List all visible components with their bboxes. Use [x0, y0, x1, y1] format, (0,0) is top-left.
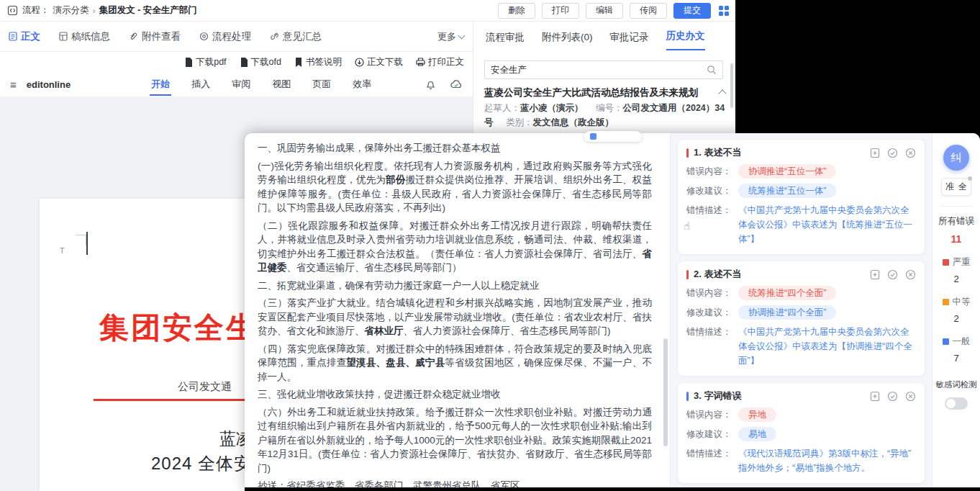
- mode-mini-tabs[interactable]: 准 全: [941, 178, 971, 196]
- badge-dot: [968, 176, 972, 181]
- suggestion-pill[interactable]: 统筹推进“五位一体”: [738, 184, 836, 198]
- all-errors-label: 所有错误: [938, 215, 974, 228]
- hamburger-icon[interactable]: ≡: [10, 78, 17, 91]
- breadcrumb-separator: ›: [93, 6, 96, 16]
- tab-opinions[interactable]: 意见汇总: [270, 30, 322, 43]
- tab-label: 正文: [21, 30, 40, 43]
- wrong-content-label: 错误内容：: [686, 407, 738, 422]
- tab-attachments[interactable]: 附件查看: [129, 30, 181, 43]
- tab-history-documents[interactable]: 历史办文: [666, 30, 705, 50]
- document-paragraph: （四）落实兜底保障政策。对搬迁群众中的特殊困难群体，符合政策规定的要及时纳入兜底…: [258, 342, 652, 384]
- dismiss-icon[interactable]: [905, 391, 916, 402]
- suggestion-pill[interactable]: 易地: [738, 427, 776, 441]
- document-scrollbar[interactable]: [663, 338, 668, 446]
- more-label: 更多: [437, 30, 456, 43]
- severity-count: 7: [943, 353, 971, 364]
- menu-insert[interactable]: 插入: [190, 73, 212, 96]
- apps-grid-icon[interactable]: [718, 5, 730, 17]
- bookmark-note-link[interactable]: 书签说明: [294, 56, 342, 68]
- accept-icon[interactable]: [887, 269, 898, 280]
- page-year-line: 2024 全体安: [151, 452, 252, 475]
- link-label: 下载pdf: [196, 56, 226, 68]
- description-label: 错情描述：: [686, 446, 738, 461]
- menu-efficiency[interactable]: 效率: [351, 73, 373, 96]
- tab-approval-records[interactable]: 审批记录: [610, 31, 649, 50]
- accept-icon[interactable]: [887, 148, 898, 158]
- severity-square-icon: [943, 299, 949, 305]
- sensitive-words-label: 敏感词检测: [935, 379, 977, 390]
- document-paragraph: (一)强化劳务输出组织化程度。依托现有人力资源服务机构，通过政府购买服务等方式强…: [258, 159, 652, 215]
- mode-accurate[interactable]: 准: [945, 181, 954, 193]
- history-doc-title[interactable]: 蓝凌公司安全生产大比武活动总结报告及未来规划: [484, 86, 713, 99]
- hand-cursor-icon: ☝: [684, 220, 690, 233]
- wrong-content-label: 错误内容：: [686, 286, 738, 300]
- tab-attachment-list[interactable]: 附件列表(0): [542, 31, 593, 50]
- edit-button[interactable]: 编辑: [586, 3, 623, 19]
- severity-stat[interactable]: 严重2: [943, 256, 971, 284]
- document-text[interactable]: 一、巩固劳务输出成果，保障外出务工搬迁群众基本权益(一)强化劳务输出组织化程度。…: [245, 133, 662, 487]
- suggestion-pill[interactable]: 协调推进“四个全面”: [738, 305, 836, 320]
- fix-button[interactable]: 纠: [943, 145, 969, 171]
- breadcrumb-category[interactable]: 演示分类: [53, 4, 89, 17]
- tab-workflow[interactable]: 流程处理: [199, 30, 251, 43]
- tab-main-text[interactable]: 正文: [9, 30, 40, 43]
- side-panel-tabbar: 流程审批 附件列表(0) 审批记录 历史办文: [474, 22, 735, 50]
- error-card[interactable]: 1. 表述不当 错误内容： 协调推进“五位一体” 修改建议： 统筹推进“五位一体…: [678, 140, 925, 254]
- download-bar: 下载pdf 下载ofd 书签说明 正文下载 打印正文: [0, 52, 473, 72]
- error-card[interactable]: 3. 字词错误 错误内容： 异地 修改建议： 易地 错情描述： 《: [678, 383, 925, 483]
- severity-label: 严重: [953, 256, 971, 269]
- bell-icon[interactable]: [425, 79, 436, 90]
- more-tabs-dropdown[interactable]: 更多: [437, 30, 464, 43]
- wrong-content-label: 错误内容：: [686, 164, 738, 179]
- dismiss-icon[interactable]: [905, 269, 916, 280]
- document-paragraph: 二、拓宽就业渠道，确保有劳动力搬迁家庭一户一人以上稳定就业: [258, 279, 652, 293]
- severity-stats: 严重2中等2一般7: [943, 245, 971, 364]
- dismiss-icon[interactable]: [905, 148, 916, 158]
- wrong-content-pill[interactable]: 异地: [738, 407, 776, 422]
- suggestion-label: 修改建议：: [686, 305, 738, 320]
- wrong-content-pill[interactable]: 协调推进“五位一体”: [738, 164, 836, 179]
- error-card[interactable]: 2. 表述不当 错误内容： 统筹推进“四个全面” 修改建议： 协调推进“四个全面…: [678, 261, 925, 376]
- panel-scrollbar[interactable]: [730, 63, 733, 108]
- print-body-link[interactable]: 打印正文: [416, 56, 464, 68]
- circulate-button[interactable]: 传阅: [630, 3, 667, 19]
- tab-paper-info[interactable]: 稿纸信息: [59, 30, 110, 43]
- menu-review[interactable]: 审阅: [230, 73, 252, 96]
- submit-button[interactable]: 提交: [673, 3, 711, 19]
- link-label: 下载ofd: [251, 56, 281, 68]
- sensitive-words-toggle[interactable]: [945, 397, 968, 410]
- menu-view[interactable]: 视图: [271, 73, 292, 96]
- delete-button[interactable]: 删除: [498, 3, 535, 19]
- document-paragraph: （三）落实产业扩大就业。结合城镇化进程和乡村振兴战略实施，因地制宜发展产业，推动…: [258, 296, 652, 338]
- search-icon[interactable]: [707, 65, 717, 75]
- window-topbar: 流程： 演示分类 › 集团发文 - 安全生产部门 删除 打印 编辑 传阅 提交: [0, 0, 735, 22]
- add-to-dict-icon[interactable]: [870, 269, 880, 280]
- tab-label: 流程处理: [212, 30, 251, 43]
- accept-icon[interactable]: [887, 391, 898, 402]
- wrong-content-pill[interactable]: 统筹推进“四个全面”: [738, 286, 836, 300]
- link-label: 打印正文: [428, 56, 464, 68]
- print-button[interactable]: 打印: [542, 3, 579, 19]
- tab-workflow-approval[interactable]: 流程审批: [486, 31, 525, 50]
- severity-label: 中等: [953, 296, 971, 308]
- severity-stat[interactable]: 一般7: [943, 335, 971, 364]
- divider: [940, 206, 972, 207]
- severity-stat[interactable]: 中等2: [943, 296, 971, 324]
- body-download-link[interactable]: 正文下载: [355, 56, 403, 68]
- history-search-input[interactable]: 安全生产: [484, 60, 723, 79]
- all-errors-count[interactable]: 11: [951, 233, 962, 245]
- menu-page[interactable]: 页面: [311, 73, 332, 96]
- cloud-sync-icon[interactable]: [450, 79, 463, 89]
- download-ofd-link[interactable]: 下载ofd: [240, 56, 281, 68]
- page-red-title: 集团安全生: [99, 308, 258, 348]
- download-pdf-link[interactable]: 下载pdf: [184, 56, 226, 68]
- mode-full[interactable]: 全: [958, 181, 967, 193]
- chevron-up-icon[interactable]: [718, 89, 726, 97]
- chevron-down-icon: [458, 32, 466, 39]
- breadcrumb: 流程： 演示分类 › 集团发文 - 安全生产部门: [22, 4, 197, 17]
- add-to-dict-icon[interactable]: [870, 148, 880, 158]
- error-card-title: 3. 字词错误: [694, 389, 741, 402]
- menu-home[interactable]: 开始: [150, 73, 171, 96]
- severity-bar: [686, 148, 689, 158]
- add-to-dict-icon[interactable]: [870, 391, 880, 402]
